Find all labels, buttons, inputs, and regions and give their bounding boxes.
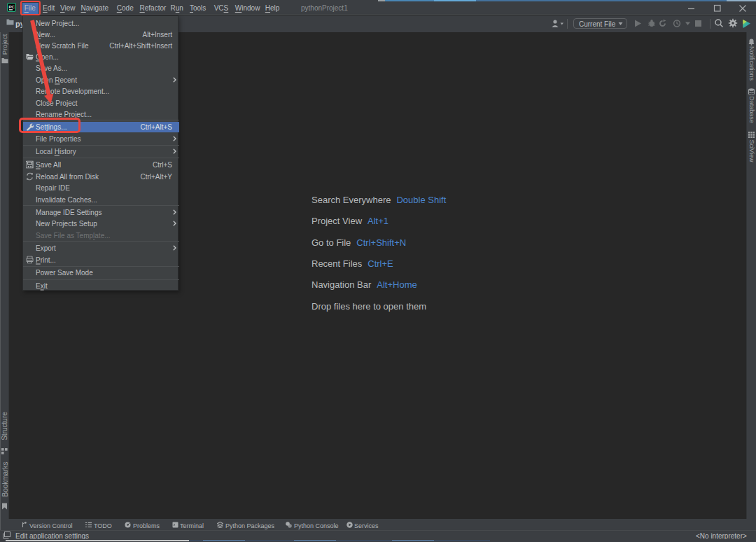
svg-text:PC: PC bbox=[8, 4, 15, 9]
